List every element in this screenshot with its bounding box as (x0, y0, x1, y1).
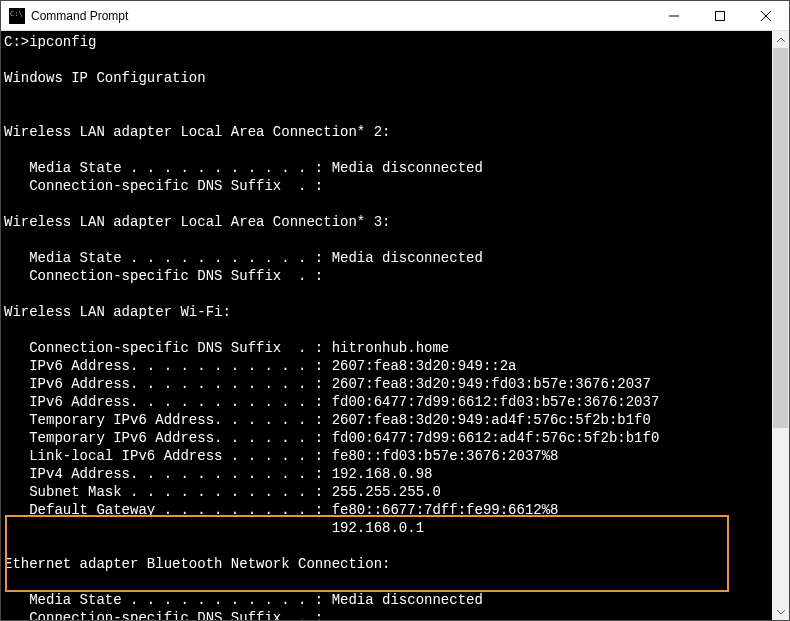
output-line: 192.168.0.1 (4, 520, 424, 536)
adapter-title: Wireless LAN adapter Local Area Connecti… (4, 214, 390, 230)
output-line: IPv6 Address. . . . . . . . . . . : 2607… (4, 376, 651, 392)
output-line: Connection-specific DNS Suffix . : (4, 178, 323, 194)
maximize-icon (715, 11, 725, 21)
vertical-scrollbar[interactable] (772, 31, 789, 620)
command: ipconfig (29, 34, 96, 50)
output-line: IPv6 Address. . . . . . . . . . . : 2607… (4, 358, 516, 374)
output-line: Temporary IPv6 Address. . . . . . : fd00… (4, 430, 659, 446)
output-line: Link-local IPv6 Address . . . . . : fe80… (4, 448, 559, 464)
prompt: C:> (4, 34, 29, 50)
output-line: Media State . . . . . . . . . . . : Medi… (4, 592, 483, 608)
output-line: Connection-specific DNS Suffix . : hitro… (4, 340, 449, 356)
minimize-icon (669, 11, 679, 21)
output-line: Temporary IPv6 Address. . . . . . : 2607… (4, 412, 651, 428)
output-line: Connection-specific DNS Suffix . : (4, 268, 323, 284)
output-line: Media State . . . . . . . . . . . : Medi… (4, 160, 483, 176)
command-prompt-window: Command Prompt C:>ipconfig Windows IP Co… (0, 0, 790, 621)
minimize-button[interactable] (651, 1, 697, 30)
output-line: IPv4 Address. . . . . . . . . . . : 192.… (4, 466, 432, 482)
scrollbar-down-arrow[interactable] (772, 603, 789, 620)
terminal-output[interactable]: C:>ipconfig Windows IP Configuration Wir… (1, 31, 772, 620)
close-button[interactable] (743, 1, 789, 30)
adapter-title: Ethernet adapter Bluetooth Network Conne… (4, 556, 390, 572)
chevron-down-icon (777, 610, 785, 614)
output-line: Default Gateway . . . . . . . . . : fe80… (4, 502, 559, 518)
window-controls (651, 1, 789, 30)
titlebar[interactable]: Command Prompt (1, 1, 789, 31)
scrollbar-up-arrow[interactable] (772, 31, 789, 48)
output-line: Connection-specific DNS Suffix . : (4, 610, 323, 620)
chevron-up-icon (777, 38, 785, 42)
output-header: Windows IP Configuration (4, 70, 206, 86)
close-icon (761, 11, 771, 21)
adapter-title: Wireless LAN adapter Local Area Connecti… (4, 124, 390, 140)
terminal-container: C:>ipconfig Windows IP Configuration Wir… (1, 31, 789, 620)
app-icon (9, 8, 25, 24)
output-line: Subnet Mask . . . . . . . . . . . : 255.… (4, 484, 441, 500)
window-title: Command Prompt (31, 9, 651, 23)
output-line: Media State . . . . . . . . . . . : Medi… (4, 250, 483, 266)
output-line: IPv6 Address. . . . . . . . . . . : fd00… (4, 394, 659, 410)
maximize-button[interactable] (697, 1, 743, 30)
svg-rect-1 (716, 11, 725, 20)
adapter-title: Wireless LAN adapter Wi-Fi: (4, 304, 231, 320)
scrollbar-thumb[interactable] (773, 48, 788, 428)
